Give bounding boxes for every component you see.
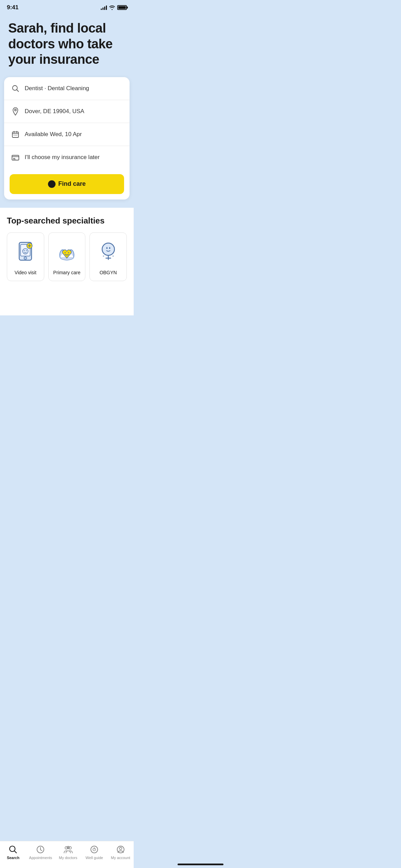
insurance-row[interactable]: I'll choose my insurance later	[4, 146, 130, 169]
find-care-icon	[48, 180, 56, 188]
svg-point-5	[16, 135, 17, 136]
obgyn-label: OBGYN	[99, 270, 117, 275]
calendar-icon	[11, 130, 20, 139]
hero-section: Sarah, find local doctors who take your …	[0, 14, 134, 77]
wifi-icon	[109, 5, 115, 10]
signal-icon	[101, 5, 107, 10]
search-card: Dentist · Dental Cleaning Dover, DE 1990…	[4, 77, 130, 200]
insurance-text: I'll choose my insurance later	[25, 154, 100, 161]
date-text: Available Wed, 10 Apr	[25, 131, 82, 138]
location-icon	[11, 107, 20, 116]
svg-point-1	[15, 109, 16, 111]
specialty-card-primary-care[interactable]: Primary care	[48, 232, 86, 281]
date-row[interactable]: Available Wed, 10 Apr	[4, 123, 130, 146]
svg-point-16	[102, 243, 114, 255]
svg-point-20	[112, 255, 114, 257]
svg-point-14	[65, 252, 66, 253]
svg-point-15	[68, 252, 69, 253]
specialty-card-obgyn[interactable]: OBGYN	[89, 232, 127, 281]
battery-icon	[117, 5, 127, 10]
svg-point-4	[15, 135, 16, 136]
svg-rect-2	[12, 132, 19, 137]
find-care-label: Find care	[58, 180, 86, 188]
svg-point-12	[26, 250, 27, 251]
status-bar: 9:41	[0, 0, 134, 14]
svg-point-3	[14, 135, 14, 136]
insurance-icon	[11, 153, 20, 162]
svg-point-13	[24, 257, 27, 260]
specialty-text: Dentist · Dental Cleaning	[25, 85, 89, 92]
svg-point-11	[24, 250, 25, 251]
white-section: Top-searched specialties	[0, 208, 134, 315]
find-care-button[interactable]: Find care	[10, 174, 124, 194]
primary-care-icon	[53, 238, 81, 266]
section-title: Top-searched specialties	[7, 216, 127, 226]
hero-title: Sarah, find local doctors who take your …	[8, 21, 125, 68]
status-time: 9:41	[7, 4, 19, 11]
specialty-card-video-visit[interactable]: Video visit	[7, 232, 44, 281]
svg-point-18	[109, 248, 110, 249]
svg-rect-6	[12, 155, 19, 160]
search-icon	[11, 84, 20, 93]
specialty-grid: Video visit Primary care	[7, 232, 127, 281]
video-visit-icon	[12, 238, 39, 266]
svg-point-10	[23, 249, 28, 254]
primary-care-label: Primary care	[53, 270, 80, 275]
svg-point-17	[106, 248, 108, 249]
location-text: Dover, DE 19904, USA	[25, 108, 84, 115]
obgyn-icon	[95, 238, 122, 266]
specialty-row[interactable]: Dentist · Dental Cleaning	[4, 77, 130, 100]
svg-point-19	[103, 255, 104, 257]
status-icons	[101, 5, 127, 10]
location-row[interactable]: Dover, DE 19904, USA	[4, 100, 130, 123]
video-visit-label: Video visit	[15, 270, 37, 275]
